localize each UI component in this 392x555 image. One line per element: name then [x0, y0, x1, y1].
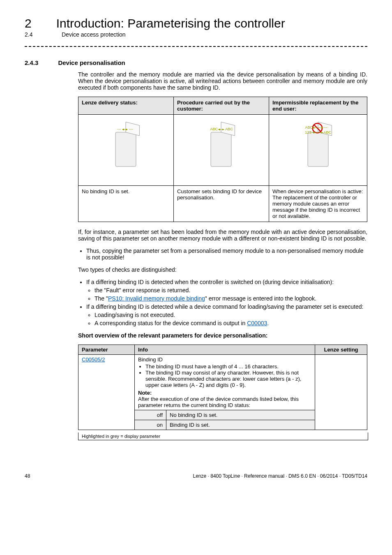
section-number-header: 2.4 [25, 31, 37, 38]
subsection-number: 2.4.3 [25, 59, 38, 66]
svg-text:---: --- [323, 125, 327, 130]
svg-text:ABC: ABC [210, 127, 218, 132]
device-diagram-1: --- --- [105, 117, 146, 175]
sub-bullet-ps10: The "PS10: Invalid memory module binding… [95, 295, 367, 302]
info-cell: Binding ID The binding ID must have a le… [135, 355, 315, 410]
link-ps10[interactable]: PS10: Invalid memory module binding [108, 295, 205, 302]
svg-text:---: --- [129, 127, 133, 132]
svg-text:---: --- [118, 127, 121, 132]
note-cell-3: When device personalisation is active: T… [269, 186, 367, 222]
svg-text:ABC: ABC [225, 127, 233, 132]
param-col-header-1: Parameter [78, 345, 135, 355]
page-number: 48 [25, 473, 30, 479]
bullet-check-init: If a differing binding ID is detected wh… [86, 279, 367, 302]
note-cell-1: No binding ID is set. [78, 186, 174, 222]
svg-rect-4 [211, 132, 231, 166]
col-header-3: Impermissible replacement by the end use… [269, 97, 367, 115]
status-on-desc: Binding ID is set. [166, 420, 315, 430]
svg-rect-8 [308, 132, 328, 166]
param-col-header-2: Info [135, 345, 315, 355]
link-c00505[interactable]: C00505/2 [82, 356, 105, 363]
link-c00003[interactable]: C00003 [247, 320, 267, 326]
lenze-setting-cell [315, 355, 367, 430]
svg-rect-0 [115, 132, 136, 166]
diagram-cell-2: ABC ABC [173, 115, 269, 186]
param-heading: Short overview of the relevant parameter… [78, 332, 367, 339]
status-off-label: off [135, 410, 166, 420]
personalisation-table: Lenze delivery status: Procedure carried… [78, 97, 367, 222]
status-off-desc: No binding ID is set. [166, 410, 315, 420]
section-title-header: Device access protection [62, 31, 126, 38]
param-col-header-3: Lenze setting [315, 345, 367, 355]
bullet-copy-not-possible: Thus, copying the parameter set from a p… [86, 247, 367, 261]
svg-text:ABC: ABC [323, 130, 331, 134]
diagram-cell-1: --- --- [78, 115, 174, 186]
chapter-title: Introduction: Parameterising the control… [56, 16, 285, 30]
note-cell-2: Customer sets binding ID for device pers… [173, 186, 269, 222]
divider [25, 46, 367, 47]
table-footnote: Highlighted in grey = display parameter [78, 432, 368, 440]
intro-paragraph: The controller and the memory module are… [78, 71, 367, 91]
sub-bullet-fault: the "Fault" error response is returned. [95, 287, 367, 294]
subsection-title: Device personalisation [58, 59, 125, 66]
paragraph-two-types: Two types of checks are distinguished: [78, 266, 367, 273]
chapter-number: 2 [25, 16, 32, 30]
parameter-table: Parameter Info Lenze setting C00505/2 Bi… [78, 345, 367, 430]
svg-text:123: 123 [305, 130, 311, 134]
paragraph-1: If, for instance, a parameter set has be… [78, 229, 367, 242]
col-header-1: Lenze delivery status: [78, 97, 174, 115]
device-diagram-3: ABC 123 --- ABC [297, 117, 339, 175]
sub-bullet-c00003: A corresponding status for the device co… [95, 320, 367, 326]
bullet-check-command: If a differing binding ID is detected wh… [86, 303, 367, 326]
status-on-label: on [135, 420, 166, 430]
footer-text: Lenze · 8400 TopLine · Reference manual … [193, 473, 367, 479]
sub-bullet-not-executed: Loading/saving is not executed. [95, 312, 367, 318]
svg-text:ABC: ABC [305, 125, 313, 130]
device-diagram-2: ABC ABC [201, 117, 242, 175]
col-header-2: Procedure carried out by the customer: [173, 97, 269, 115]
diagram-cell-3: ABC 123 --- ABC [269, 115, 367, 186]
